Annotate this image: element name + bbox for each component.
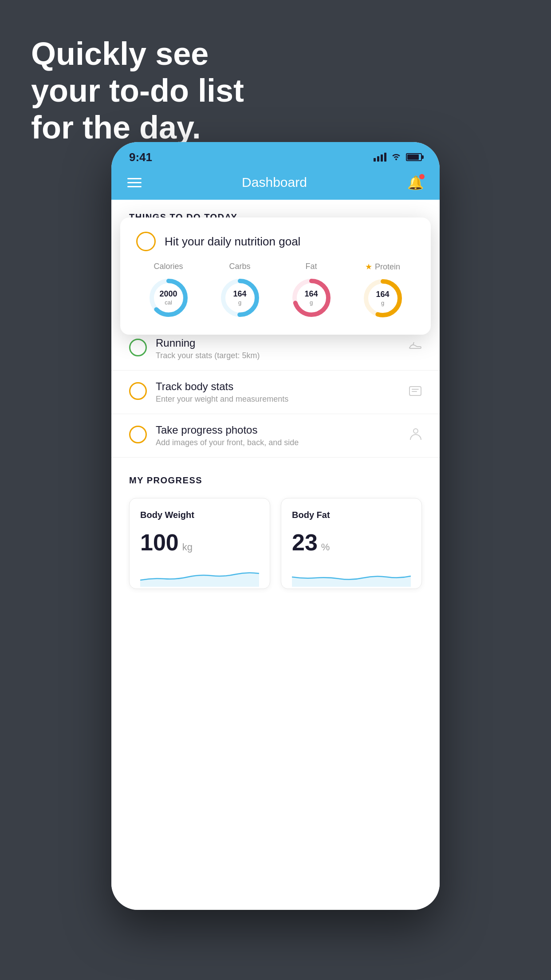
phone-content: THINGS TO DO TODAY Hit your daily nutrit… [111, 200, 440, 910]
protein-label: ★Protein [365, 262, 400, 272]
calories-label: Calories [153, 262, 183, 271]
star-icon: ★ [365, 262, 372, 272]
body-fat-number: 23 [292, 529, 318, 556]
wifi-icon [391, 152, 401, 162]
phone-screen: 9:41 [111, 142, 440, 910]
nutrition-fat: Fat 164g [279, 262, 343, 320]
scale-icon [409, 384, 422, 400]
nutrition-card-title: Hit your daily nutrition goal [165, 235, 300, 249]
todo-item-progress-photos[interactable]: Take progress photos Add images of your … [111, 414, 440, 458]
task-circle-nutrition[interactable] [136, 232, 156, 251]
todo-section: Running Track your stats (target: 5km) [111, 327, 440, 458]
protein-donut: 164g [361, 276, 405, 320]
body-fat-value: 23 % [292, 529, 411, 556]
todo-subtitle-body-stats: Enter your weight and measurements [156, 395, 400, 404]
nutrition-card: Hit your daily nutrition goal Calories 2… [120, 217, 431, 335]
progress-section: MY PROGRESS Body Weight 100 kg [111, 458, 440, 607]
fat-donut: 164g [289, 276, 334, 320]
nutrition-circles: Calories 2000cal Carbs [136, 262, 415, 320]
progress-header: MY PROGRESS [129, 475, 422, 486]
fat-label: Fat [305, 262, 317, 271]
hero-line2: your to-do list [31, 72, 244, 109]
notification-bell-button[interactable]: 🔔 [407, 175, 424, 190]
body-weight-card[interactable]: Body Weight 100 kg [129, 498, 270, 589]
person-icon [409, 427, 422, 444]
todo-text-progress-photos: Take progress photos Add images of your … [156, 424, 401, 447]
status-time: 9:41 [129, 150, 152, 164]
svg-point-9 [413, 429, 418, 433]
carbs-label: Carbs [229, 262, 250, 271]
nav-title: Dashboard [242, 175, 307, 190]
notification-dot [419, 174, 425, 179]
body-fat-sparkline [292, 565, 411, 587]
menu-button[interactable] [127, 178, 142, 187]
hero-line1: Quickly see [31, 36, 244, 72]
nav-bar: Dashboard 🔔 [111, 169, 440, 200]
body-weight-value: 100 kg [140, 529, 259, 556]
progress-cards: Body Weight 100 kg Body Fat [129, 498, 422, 589]
nutrition-calories: Calories 2000cal [136, 262, 201, 320]
hero-text: Quickly see your to-do list for the day. [31, 36, 244, 146]
card-title-row: Hit your daily nutrition goal [136, 232, 415, 251]
status-bar: 9:41 [111, 142, 440, 169]
carbs-donut: 164g [218, 276, 262, 320]
body-weight-unit: kg [182, 541, 193, 553]
phone-mockup: 9:41 [111, 142, 440, 910]
hamburger-line [127, 186, 142, 187]
nutrition-protein: ★Protein 164g [350, 262, 415, 320]
todo-title-progress-photos: Take progress photos [156, 424, 401, 436]
todo-text-running: Running Track your stats (target: 5km) [156, 337, 400, 360]
todo-subtitle-progress-photos: Add images of your front, back, and side [156, 438, 401, 447]
todo-title-running: Running [156, 337, 400, 349]
body-fat-card[interactable]: Body Fat 23 % [281, 498, 422, 589]
hamburger-line [127, 182, 142, 183]
body-weight-title: Body Weight [140, 510, 259, 520]
todo-item-body-stats[interactable]: Track body stats Enter your weight and m… [111, 371, 440, 414]
body-weight-sparkline [140, 565, 259, 587]
calories-donut: 2000cal [146, 276, 191, 320]
shoe-icon [409, 340, 422, 354]
todo-subtitle-running: Track your stats (target: 5km) [156, 351, 400, 360]
body-weight-number: 100 [140, 529, 179, 556]
battery-icon [406, 153, 422, 161]
status-icons [374, 152, 422, 162]
todo-circle-running[interactable] [129, 339, 147, 356]
body-fat-title: Body Fat [292, 510, 411, 520]
todo-circle-progress-photos[interactable] [129, 426, 147, 443]
todo-text-body-stats: Track body stats Enter your weight and m… [156, 380, 400, 404]
signal-icon [374, 153, 386, 162]
hamburger-line [127, 178, 142, 179]
todo-title-body-stats: Track body stats [156, 380, 400, 393]
body-fat-unit: % [321, 541, 330, 553]
hero-line3: for the day. [31, 109, 244, 146]
nutrition-carbs: Carbs 164g [208, 262, 272, 320]
todo-circle-body-stats[interactable] [129, 382, 147, 400]
